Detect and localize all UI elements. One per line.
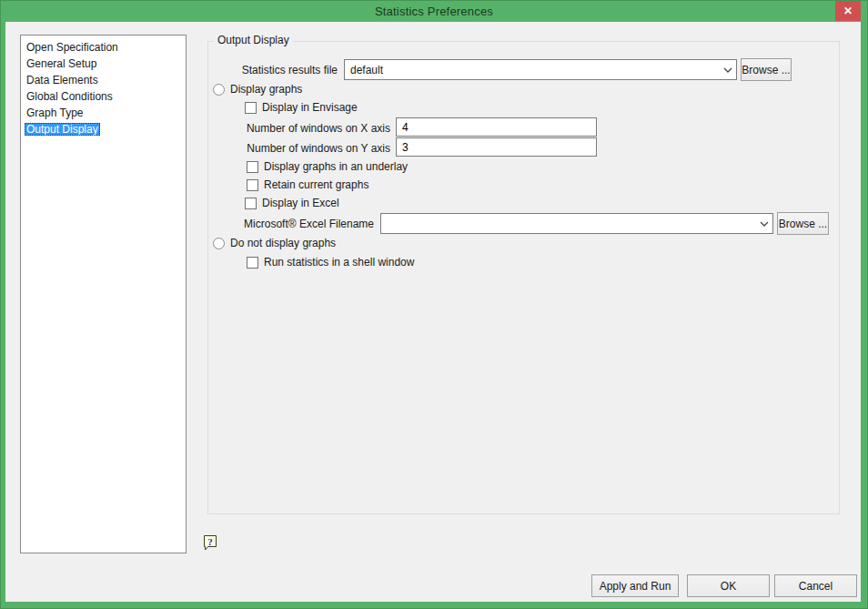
retain-graphs-label: Retain current graphs [264, 178, 368, 191]
ok-button[interactable]: OK [687, 574, 770, 597]
shell-checkbox-row: Run statistics in a shell window [247, 256, 414, 269]
title-bar[interactable]: Statistics Preferences [0, 0, 868, 22]
results-file-browse-button[interactable]: Browse ... [741, 58, 792, 81]
underlay-label: Display graphs in an underlay [264, 160, 408, 173]
excel-filename-browse-button[interactable]: Browse ... [777, 212, 829, 235]
retain-checkbox-row: Retain current graphs [247, 178, 368, 191]
underlay-checkbox-row: Display graphs in an underlay [247, 160, 408, 173]
display-graphs-radio-row: Display graphs [213, 83, 302, 96]
windows-y-input[interactable] [396, 137, 597, 157]
statistics-preferences-dialog: Statistics Preferences ✕ Open Specificat… [0, 0, 868, 609]
underlay-checkbox[interactable] [247, 161, 258, 173]
shell-window-label: Run statistics in a shell window [264, 256, 414, 269]
windows-x-input[interactable] [396, 117, 597, 137]
excel-checkbox-row: Display in Excel [245, 197, 339, 209]
display-graphs-radio[interactable] [213, 84, 225, 96]
help-button[interactable]: ? [202, 534, 219, 552]
no-graphs-radio[interactable] [213, 238, 225, 249]
shell-window-checkbox[interactable] [247, 257, 258, 269]
nav-item-global-conditions[interactable]: Global Conditions [21, 88, 186, 105]
chevron-down-icon [756, 221, 772, 227]
nav-item-open-specification[interactable]: Open Specification [21, 39, 186, 56]
nav-item-output-display[interactable]: Output Display [21, 121, 186, 137]
dialog-body: Open Specification General Setup Data El… [5, 22, 861, 602]
no-graphs-radio-row: Do not display graphs [213, 237, 336, 249]
close-button[interactable]: ✕ [835, 1, 861, 21]
excel-checkbox[interactable] [245, 198, 257, 209]
windows-x-label: Number of windows on X axis [227, 122, 390, 135]
output-display-group: Output Display Statistics results file d… [207, 41, 840, 514]
svg-text:?: ? [207, 536, 213, 547]
results-file-label: Statistics results file [156, 64, 338, 76]
close-icon: ✕ [843, 5, 853, 17]
excel-label: Display in Excel [262, 197, 339, 209]
results-file-value: default [345, 64, 720, 76]
apply-and-run-button[interactable]: Apply and Run [591, 574, 679, 597]
windows-y-label: Number of windows on Y axis [227, 142, 390, 155]
envisage-label: Display in Envisage [262, 101, 358, 114]
excel-filename-label: Microsoft® Excel Filename [210, 218, 374, 230]
envisage-checkbox-row: Display in Envisage [245, 101, 358, 114]
excel-filename-combobox[interactable] [380, 213, 773, 234]
results-file-combobox[interactable]: default [344, 59, 737, 80]
cancel-button[interactable]: Cancel [774, 574, 857, 597]
chevron-down-icon [720, 67, 736, 73]
nav-item-graph-type[interactable]: Graph Type [21, 105, 186, 121]
preferences-nav-list: Open Specification General Setup Data El… [20, 35, 187, 553]
help-question-icon: ? [202, 534, 219, 552]
group-title: Output Display [214, 34, 293, 46]
window-title: Statistics Preferences [375, 5, 493, 18]
display-graphs-label: Display graphs [230, 83, 302, 96]
retain-graphs-checkbox[interactable] [247, 179, 258, 191]
no-graphs-label: Do not display graphs [230, 237, 336, 249]
envisage-checkbox[interactable] [245, 102, 257, 114]
